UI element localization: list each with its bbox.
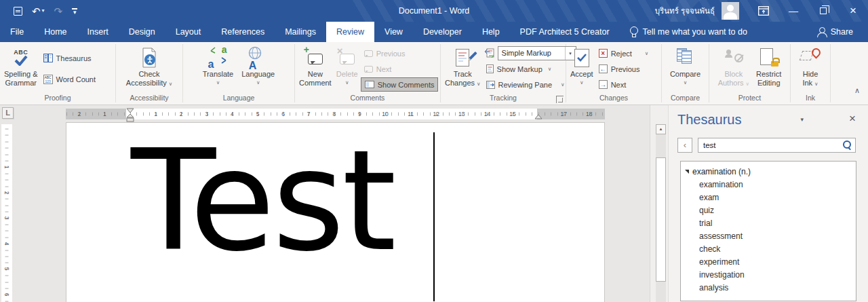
block-authors-button[interactable]: Block Authors∨ xyxy=(716,43,751,94)
ribbon-tab[interactable]: File xyxy=(0,22,34,42)
collapse-ribbon-button[interactable]: ∧ xyxy=(854,86,860,95)
result-item[interactable]: investigation xyxy=(681,269,856,282)
undo-dropdown-icon[interactable]: ▾ xyxy=(42,8,45,14)
ribbon-tab[interactable]: Help xyxy=(472,22,510,42)
thesaurus-button[interactable]: Thesaurus xyxy=(40,51,100,65)
vertical-scrollbar[interactable]: ▲ xyxy=(656,124,666,302)
check-accessibility-button[interactable]: Check Accessibility∨ xyxy=(124,43,174,94)
block-authors-icon xyxy=(723,45,745,70)
ruler-number: 1 xyxy=(154,111,157,117)
group-changes-body: Accept ∨ × Reject ∨ ← Previous → Next xyxy=(566,42,661,94)
redo-button[interactable]: ↷ xyxy=(54,6,63,16)
ribbon-tab[interactable]: Home xyxy=(34,22,77,42)
group-accessibility: Check Accessibility∨ Accessibility xyxy=(116,42,182,105)
ribbon-tab[interactable]: Layout xyxy=(165,22,212,42)
save-button[interactable] xyxy=(14,7,22,16)
ribbon-tab[interactable]: Mailings xyxy=(275,22,326,42)
user-name[interactable]: บุรินทร์ รุจจนพันธุ์ xyxy=(655,5,715,17)
track-changes-line2: Changes∨ xyxy=(445,79,481,89)
customize-qat-arrow-icon: ▾ xyxy=(73,11,77,14)
hide-ink-icon xyxy=(800,45,821,70)
avatar[interactable] xyxy=(722,2,739,20)
display-for-review-combobox[interactable]: Simple Markup ▾ xyxy=(498,46,576,60)
restrict-editing-button[interactable]: Restrict Editing xyxy=(754,43,783,94)
tracking-dialog-launcher[interactable] xyxy=(556,96,564,103)
thesaurus-search-input[interactable] xyxy=(698,138,856,153)
compare-icon xyxy=(675,45,696,70)
share-button[interactable]: Share xyxy=(817,22,868,42)
scroll-up-button[interactable]: ▲ xyxy=(656,124,666,134)
horizontal-ruler[interactable]: 123456789101112131415171821 xyxy=(66,109,605,119)
ribbon-tab[interactable]: View xyxy=(374,22,413,42)
ribbon-tab[interactable]: PDF Architect 5 Creator xyxy=(510,22,620,42)
previous-change-button[interactable]: ← Previous xyxy=(595,62,652,76)
result-item[interactable]: examination xyxy=(681,178,856,191)
close-button[interactable]: × xyxy=(838,0,868,22)
show-comments-label: Show Comments xyxy=(378,81,435,89)
spelling-grammar-button[interactable]: ABC Spelling & Grammar xyxy=(2,43,40,94)
block-authors-line1: Block xyxy=(724,70,743,79)
ribbon-tab[interactable]: References xyxy=(211,22,275,42)
translate-button[interactable]: a a Translate ∨ xyxy=(201,43,235,94)
pane-options-button[interactable]: ▾ xyxy=(800,116,804,123)
word-count-button[interactable]: ABC123 Word Count xyxy=(40,72,100,86)
indent-markers[interactable] xyxy=(126,108,134,123)
thesaurus-results: examination (n.) examinationexamquiztria… xyxy=(680,161,856,301)
right-indent-marker[interactable] xyxy=(534,114,542,119)
delete-comment-button[interactable]: × Delete ∨ xyxy=(334,43,361,94)
ribbon-display-options-button[interactable] xyxy=(749,0,778,22)
show-markup-button[interactable]: Show Markup ∨ xyxy=(483,62,578,76)
result-item[interactable]: assessment xyxy=(681,230,856,243)
word-count-icon: ABC123 xyxy=(43,75,53,84)
result-item[interactable]: exam xyxy=(681,191,856,204)
tell-me-box[interactable]: Tell me what you want to do xyxy=(629,22,747,42)
language-button[interactable]: A Language ∨ xyxy=(239,43,277,94)
compare-button[interactable]: Compare ∨ xyxy=(668,43,703,94)
scrollbar-thumb[interactable] xyxy=(656,157,666,282)
ruler-number: 12 xyxy=(433,111,439,117)
ribbon-tab[interactable]: Review xyxy=(326,22,374,42)
hide-ink-button[interactable]: Hide Ink∨ xyxy=(798,43,823,94)
block-authors-person xyxy=(725,50,732,58)
result-item[interactable]: experiment xyxy=(681,256,856,269)
accept-chevron-icon: ∨ xyxy=(580,80,584,85)
next-change-button[interactable]: → Next xyxy=(595,77,652,92)
tab-stop-selector[interactable]: L xyxy=(2,107,14,119)
result-item[interactable]: analysis xyxy=(681,282,856,295)
new-comment-line2: Comment xyxy=(299,79,332,88)
show-comments-button[interactable]: Show Comments xyxy=(361,77,439,92)
minimize-button[interactable]: — xyxy=(778,0,808,22)
ribbon-tab[interactable]: Insert xyxy=(77,22,119,42)
ruler-number: 13 xyxy=(458,111,465,117)
reject-label: Reject xyxy=(611,50,632,58)
back-button[interactable]: ‹ xyxy=(677,138,692,153)
restore-button[interactable] xyxy=(808,0,838,22)
ruler-number: 3 xyxy=(205,111,208,117)
result-item[interactable]: quiz xyxy=(681,204,856,217)
result-item[interactable]: check xyxy=(681,243,856,256)
accept-button[interactable]: Accept ∨ xyxy=(568,43,595,94)
pane-close-button[interactable]: × xyxy=(849,112,856,126)
document-text[interactable]: Test xyxy=(131,128,394,274)
document-page[interactable]: Test xyxy=(66,122,605,302)
track-changes-line1: Track xyxy=(454,70,472,79)
pencil-icon xyxy=(469,52,477,60)
previous-comment-button[interactable]: Previous xyxy=(361,46,439,60)
new-comment-button[interactable]: + New Comment xyxy=(297,43,334,94)
result-heading[interactable]: examination (n.) xyxy=(681,166,856,178)
collapse-triangle-icon[interactable] xyxy=(685,170,689,174)
reject-chevron-icon: ∨ xyxy=(645,50,649,56)
ribbon-tab[interactable]: Design xyxy=(119,22,165,42)
next-comment-button[interactable]: Next xyxy=(361,62,439,76)
customize-qat-button[interactable]: ▾ xyxy=(72,8,77,14)
reject-button[interactable]: × Reject ∨ xyxy=(595,46,652,60)
group-compare-body: Compare ∨ xyxy=(662,42,709,94)
reviewing-pane-button[interactable]: Reviewing Pane ∨ xyxy=(483,77,578,92)
track-changes-button[interactable]: Track Changes∨ xyxy=(443,43,483,94)
search-icon[interactable] xyxy=(842,140,851,149)
share-label: Share xyxy=(831,27,853,37)
vertical-ruler[interactable]: 123456 xyxy=(1,124,12,302)
result-item[interactable]: trial xyxy=(681,217,856,230)
ribbon-tab[interactable]: Developer xyxy=(413,22,472,42)
undo-button[interactable]: ↶▾ xyxy=(32,6,45,16)
